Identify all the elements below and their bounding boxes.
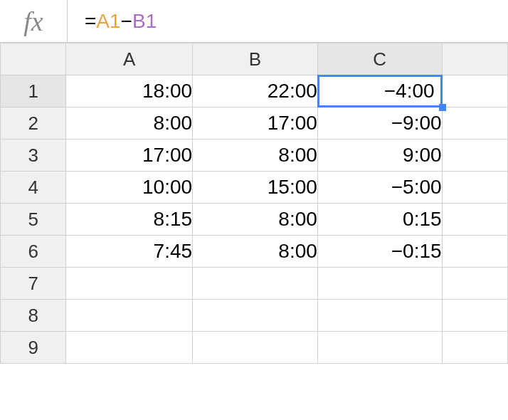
cell-extra-3[interactable] bbox=[442, 140, 507, 172]
cell-b5[interactable]: 8:00 bbox=[193, 204, 318, 236]
row-header-5[interactable]: 5 bbox=[1, 204, 66, 236]
row-header-3[interactable]: 3 bbox=[1, 140, 66, 172]
row-2: 2 8:00 17:00 −9:00 bbox=[1, 107, 508, 140]
formula-cell-ref-b1: B1 bbox=[132, 10, 157, 33]
selected-cell-content: −4:00 bbox=[317, 75, 443, 107]
row-header-7[interactable]: 7 bbox=[1, 268, 66, 300]
col-header-a[interactable]: A bbox=[66, 43, 193, 75]
cell-b2[interactable]: 17:00 bbox=[193, 107, 318, 140]
cell-a5[interactable]: 8:15 bbox=[66, 204, 193, 236]
cell-b3[interactable]: 8:00 bbox=[193, 140, 318, 172]
formula-cell-ref-a1: A1 bbox=[96, 10, 120, 33]
row-8: 8 bbox=[1, 300, 508, 332]
cell-b4[interactable]: 15:00 bbox=[193, 172, 318, 204]
col-header-b[interactable]: B bbox=[193, 43, 318, 75]
spreadsheet-grid: A B C 1 18:00 22:00 −4:00 2 8:00 17:00 −… bbox=[0, 43, 508, 364]
cell-a7[interactable] bbox=[66, 268, 193, 300]
row-header-1[interactable]: 1 bbox=[1, 75, 66, 107]
cell-extra-4[interactable] bbox=[442, 172, 507, 204]
fx-icon[interactable]: fx bbox=[0, 0, 68, 42]
row-5: 5 8:15 8:00 0:15 bbox=[1, 204, 508, 236]
cell-b7[interactable] bbox=[193, 268, 318, 300]
cell-c2[interactable]: −9:00 bbox=[317, 107, 442, 140]
cell-b6[interactable]: 8:00 bbox=[193, 236, 318, 268]
row-header-8[interactable]: 8 bbox=[1, 300, 66, 332]
cell-c4[interactable]: −5:00 bbox=[317, 172, 442, 204]
row-header-6[interactable]: 6 bbox=[1, 236, 66, 268]
formula-minus: − bbox=[121, 10, 132, 33]
cell-c8[interactable] bbox=[317, 300, 442, 332]
cell-c5[interactable]: 0:15 bbox=[317, 204, 442, 236]
cell-b8[interactable] bbox=[193, 300, 318, 332]
cell-c6[interactable]: −0:15 bbox=[317, 236, 442, 268]
cell-a4[interactable]: 10:00 bbox=[66, 172, 193, 204]
fill-handle[interactable] bbox=[439, 104, 446, 111]
cell-b9[interactable] bbox=[193, 332, 318, 364]
row-1: 1 18:00 22:00 −4:00 bbox=[1, 75, 508, 107]
row-6: 6 7:45 8:00 −0:15 bbox=[1, 236, 508, 268]
column-header-row: A B C bbox=[1, 43, 508, 75]
row-header-9[interactable]: 9 bbox=[1, 332, 66, 364]
cell-extra-8[interactable] bbox=[442, 300, 507, 332]
cell-extra-1[interactable] bbox=[442, 75, 507, 107]
cell-a3[interactable]: 17:00 bbox=[66, 140, 193, 172]
formula-bar: fx =A1−B1 bbox=[0, 0, 508, 43]
row-7: 7 bbox=[1, 268, 508, 300]
cell-extra-7[interactable] bbox=[442, 268, 507, 300]
cell-extra-9[interactable] bbox=[442, 332, 507, 364]
cell-c9[interactable] bbox=[317, 332, 442, 364]
row-header-4[interactable]: 4 bbox=[1, 172, 66, 204]
col-header-extra[interactable] bbox=[442, 43, 507, 75]
cell-extra-6[interactable] bbox=[442, 236, 507, 268]
cell-a1[interactable]: 18:00 bbox=[66, 75, 193, 107]
formula-equals: = bbox=[85, 10, 96, 33]
cell-a8[interactable] bbox=[66, 300, 193, 332]
cell-c3[interactable]: 9:00 bbox=[317, 140, 442, 172]
cell-a9[interactable] bbox=[66, 332, 193, 364]
col-header-c[interactable]: C bbox=[317, 43, 442, 75]
cell-a6[interactable]: 7:45 bbox=[66, 236, 193, 268]
row-3: 3 17:00 8:00 9:00 bbox=[1, 140, 508, 172]
cell-extra-2[interactable] bbox=[442, 107, 507, 140]
formula-input[interactable]: =A1−B1 bbox=[68, 0, 508, 42]
select-all-cell[interactable] bbox=[1, 43, 66, 75]
cell-extra-5[interactable] bbox=[442, 204, 507, 236]
row-header-2[interactable]: 2 bbox=[1, 107, 66, 140]
cell-a2[interactable]: 8:00 bbox=[66, 107, 193, 140]
cell-c1[interactable]: −4:00 bbox=[317, 75, 442, 107]
cell-c7[interactable] bbox=[317, 268, 442, 300]
row-4: 4 10:00 15:00 −5:00 bbox=[1, 172, 508, 204]
row-9: 9 bbox=[1, 332, 508, 364]
cell-b1[interactable]: 22:00 bbox=[193, 75, 318, 107]
